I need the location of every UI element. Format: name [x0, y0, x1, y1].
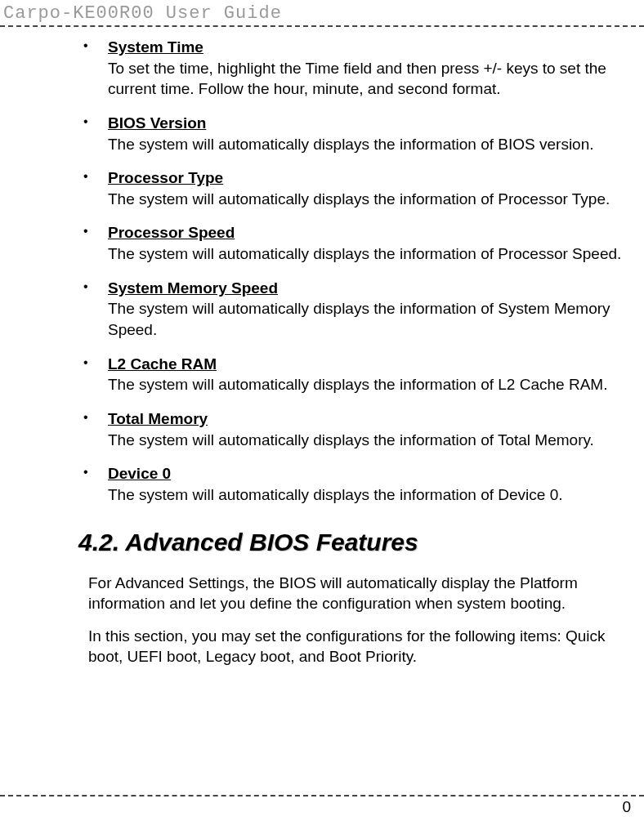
item-title: L2 Cache RAM — [108, 354, 636, 375]
item-title: System Time — [108, 37, 636, 58]
list-item: System Time To set the time, highlight t… — [78, 37, 636, 100]
page-number: 0 — [622, 798, 631, 816]
section-paragraph: In this section, you may set the configu… — [78, 626, 636, 667]
item-desc: To set the time, highlight the Time fiel… — [108, 60, 606, 98]
list-item: System Memory Speed The system will auto… — [78, 278, 636, 341]
item-title: BIOS Version — [108, 113, 636, 134]
item-desc: The system will automatically displays t… — [108, 431, 594, 448]
item-title: Total Memory — [108, 408, 636, 430]
item-title: Processor Type — [108, 167, 636, 189]
header-divider — [0, 25, 644, 27]
footer-divider — [0, 795, 644, 796]
item-desc: The system will automatically displays t… — [108, 300, 610, 338]
list-item: Processor Speed The system will automati… — [78, 222, 636, 264]
item-desc: The system will automatically displays t… — [108, 376, 607, 393]
item-title: Processor Speed — [108, 222, 636, 243]
item-desc: The system will automatically displays t… — [108, 486, 563, 503]
list-item: Device 0 The system will automatically d… — [78, 463, 636, 505]
item-desc: The system will automatically displays t… — [108, 190, 610, 207]
info-list: System Time To set the time, highlight t… — [78, 37, 636, 506]
list-item: BIOS Version The system will automatical… — [78, 113, 636, 154]
item-title: Device 0 — [108, 463, 636, 484]
list-item: Processor Type The system will automatic… — [78, 167, 636, 209]
list-item: L2 Cache RAM The system will automatical… — [78, 354, 636, 395]
list-item: Total Memory The system will automatical… — [78, 408, 636, 450]
item-title: System Memory Speed — [108, 278, 636, 299]
section-heading: 4.2. Advanced BIOS Features — [78, 529, 636, 556]
content: System Time To set the time, highlight t… — [0, 37, 644, 667]
section-paragraph: For Advanced Settings, the BIOS will aut… — [78, 573, 636, 614]
item-desc: The system will automatically displays t… — [108, 136, 594, 153]
item-desc: The system will automatically displays t… — [108, 245, 621, 262]
header-title: Carpo-KE00R00 User Guide — [0, 0, 644, 24]
